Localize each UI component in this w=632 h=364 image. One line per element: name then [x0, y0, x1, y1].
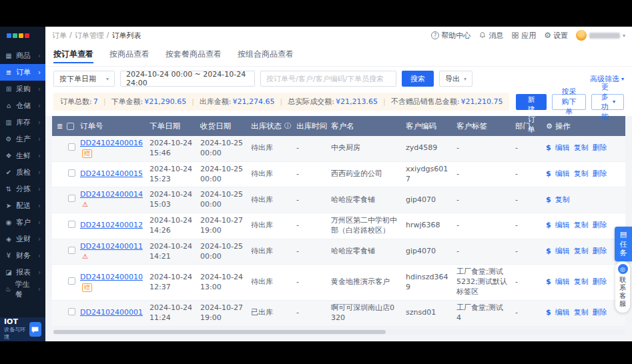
op-edit-link[interactable]: 编辑	[555, 277, 570, 287]
op-delete-link[interactable]: 删除	[593, 277, 607, 287]
iot-chat-icon[interactable]	[29, 322, 41, 337]
stats-actions-row: 订单总数:7|下单金额:¥21,290.65|出库金额:¥21,274.65|总…	[45, 91, 632, 116]
payment-icon[interactable]: $	[546, 195, 551, 205]
op-copy-link[interactable]: 复制	[574, 221, 589, 231]
op-copy-link[interactable]: 复制	[574, 247, 589, 257]
cell-department: -	[511, 275, 542, 290]
order-number-link[interactable]: DD24102400014	[80, 190, 143, 199]
row-checkbox[interactable]	[68, 195, 75, 202]
customer-service-button[interactable]: ◎ 联系客服	[615, 261, 630, 313]
sidebar-item-inventory[interactable]: ▥库存›	[0, 114, 45, 131]
sidebar-item-delivery[interactable]: ➤配送›	[0, 197, 45, 214]
scrollbar-thumb[interactable]	[53, 330, 386, 334]
order-number-link[interactable]: DD24102400011	[80, 242, 143, 251]
breadcrumb-item[interactable]: 订单列表	[111, 31, 141, 41]
op-delete-link[interactable]: 删除	[593, 143, 607, 153]
view-tab-3[interactable]: 按套餐商品查看	[166, 49, 222, 63]
sidebar-item-sorting[interactable]: ⇅分拣›	[0, 181, 45, 197]
horizontal-scrollbar[interactable]	[52, 329, 625, 335]
column-header: 订单号	[76, 121, 145, 131]
table-menu-icon[interactable]: ≣	[57, 122, 63, 131]
cell-outbound-status: 待出库	[247, 275, 292, 290]
column-settings-icon[interactable]: ⚙	[546, 122, 553, 131]
cell-receive-date: 2024-10-25 00:00	[196, 187, 247, 213]
table-row: DD24102400010赠2024-10-24 12:372024-10-24…	[52, 265, 625, 301]
user-menu[interactable]: ▾	[576, 30, 625, 41]
row-checkbox[interactable]	[68, 277, 75, 285]
cell-order-date: 2024-10-24 14:21	[145, 239, 196, 265]
iot-panel[interactable]: IOT 设备与环境	[0, 317, 45, 341]
order-number-link[interactable]: DD24102400001	[80, 308, 143, 317]
payment-icon[interactable]: $	[546, 143, 551, 153]
search-input[interactable]	[260, 71, 396, 87]
row-checkbox[interactable]	[68, 169, 75, 177]
view-tab-2[interactable]: 按商品查看	[109, 49, 149, 63]
order-number-link[interactable]: DD24102400012	[80, 221, 143, 229]
sidebar-item-orders[interactable]: ≣订单›	[0, 64, 45, 81]
task-float-button[interactable]: ▤ 任务	[615, 227, 632, 261]
sidebar-item-qc[interactable]: ✔质检›	[0, 164, 45, 181]
payment-icon[interactable]: $	[546, 221, 551, 231]
payment-icon[interactable]: $	[546, 169, 551, 179]
more-actions-button[interactable]: 更多功能 ▾	[591, 94, 624, 110]
view-tab-4[interactable]: 按组合商品查看	[238, 49, 294, 63]
select-all-checkbox[interactable]	[67, 123, 74, 130]
date-type-select[interactable]: 按下单日期 ▾	[53, 71, 115, 87]
op-copy-link[interactable]: 复制	[574, 277, 589, 287]
view-tab-1[interactable]: 按订单查看	[53, 49, 93, 63]
avatar[interactable]	[576, 30, 587, 41]
export-button[interactable]: 导出 ▾	[439, 71, 472, 87]
payment-icon[interactable]: $	[546, 308, 551, 318]
row-checkbox[interactable]	[68, 308, 75, 315]
order-number-link[interactable]: DD24102400015	[80, 169, 143, 178]
sidebar-item-finance[interactable]: ¥财务›	[0, 247, 45, 264]
sidebar-item-reports[interactable]: ◪报表›	[0, 264, 45, 281]
sidebar-item-customers[interactable]: ◉客户›	[0, 214, 45, 231]
purchase-order-button[interactable]: 按采购下单	[552, 94, 586, 110]
op-edit-link[interactable]: 编辑	[555, 169, 570, 179]
cell-department: -	[511, 244, 542, 259]
sidebar-item-label: 财务	[16, 251, 31, 261]
sidebar-item-goods[interactable]: ▦商品›	[0, 47, 45, 64]
order-number-link[interactable]: DD24102400016	[80, 139, 143, 147]
payment-icon[interactable]: $	[546, 277, 551, 287]
op-copy-link[interactable]: 复制	[574, 308, 589, 318]
sidebar-item-fresh[interactable]: ❖生鲜›	[0, 147, 45, 164]
cell-outbound-time: -	[292, 275, 327, 290]
op-edit-link[interactable]: 编辑	[555, 247, 570, 257]
topbar-action-bell[interactable]: 消息	[479, 31, 503, 41]
op-delete-link[interactable]: 删除	[593, 247, 607, 257]
date-range-input[interactable]: 2024-10-24 00:00 ~ 2024-10-24 24:00	[120, 71, 255, 87]
sidebar-item-warehouse[interactable]: ⌂仓储›	[0, 97, 45, 114]
payment-icon[interactable]: $	[546, 247, 551, 257]
op-delete-link[interactable]: 删除	[593, 308, 607, 318]
breadcrumb-item[interactable]: 订单管理	[75, 31, 104, 41]
op-edit-link[interactable]: 编辑	[555, 308, 570, 318]
search-button[interactable]: 搜索	[402, 71, 434, 87]
breadcrumb-item[interactable]: 订单	[52, 31, 67, 41]
sidebar-item-production[interactable]: ⚙生产›	[0, 131, 45, 147]
op-edit-link[interactable]: 编辑	[555, 143, 570, 153]
op-copy-link[interactable]: 复制	[574, 143, 589, 153]
order-number-link[interactable]: DD24102400010	[80, 273, 143, 281]
sidebar-item-biz-finance[interactable]: ◈业财›	[0, 231, 45, 247]
chevron-right-icon: ›	[38, 85, 41, 93]
stat-item: 出库金额:¥21,274.65	[200, 97, 275, 107]
op-copy-link[interactable]: 复制	[555, 195, 570, 205]
row-checkbox[interactable]	[68, 221, 75, 228]
op-delete-link[interactable]: 删除	[593, 221, 607, 231]
create-order-button[interactable]: 新建订单	[516, 94, 547, 110]
topbar-action-gear[interactable]: ⚙设置	[544, 31, 568, 41]
op-delete-link[interactable]: 删除	[593, 169, 607, 179]
sidebar-item-purchase[interactable]: ⊞采购›	[0, 81, 45, 97]
column-header: 客户名	[327, 121, 402, 131]
op-copy-link[interactable]: 复制	[574, 169, 589, 179]
float-button-char: 系	[619, 284, 626, 292]
info-icon[interactable]: ⓘ	[284, 121, 291, 131]
sidebar-item-student-meal[interactable]: ♨学生餐›	[0, 281, 45, 297]
topbar-action-apps[interactable]: 应用	[511, 31, 536, 41]
row-checkbox[interactable]	[68, 143, 75, 151]
op-edit-link[interactable]: 编辑	[555, 221, 570, 231]
topbar-action-help[interactable]: ?帮助中心	[431, 31, 470, 41]
row-checkbox[interactable]	[68, 247, 75, 254]
